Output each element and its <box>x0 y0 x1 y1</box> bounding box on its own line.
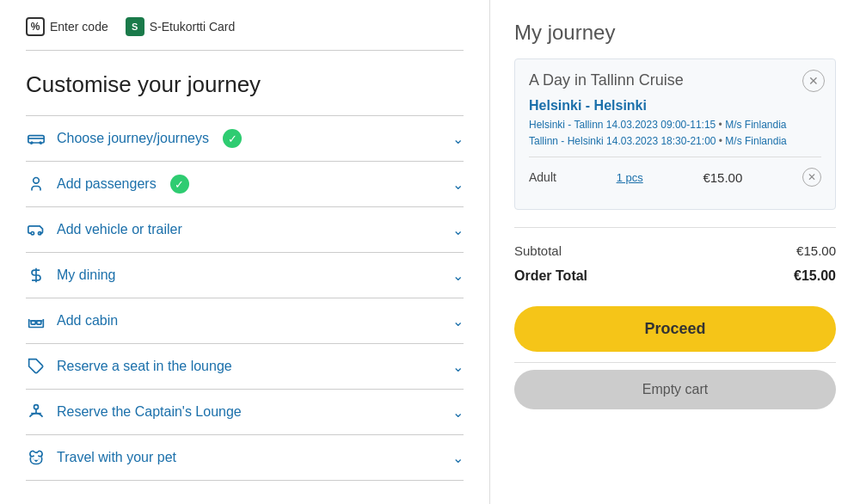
s-card-item[interactable]: S S-Etukortti Card <box>126 17 236 36</box>
svg-point-5 <box>39 232 41 235</box>
lounge-seat-icon <box>26 356 46 377</box>
accordion-left-dining: My dining <box>26 265 115 286</box>
cabin-label: Add cabin <box>57 313 118 329</box>
accordion-item-lounge-seat[interactable]: Reserve a seat in the lounge ⌄ <box>26 344 464 390</box>
svg-point-2 <box>40 142 41 144</box>
accordion-left-passengers: Add passengers ✓ <box>26 174 189 194</box>
accordion-item-vehicle[interactable]: Add vehicle or trailer ⌄ <box>26 207 464 253</box>
dining-icon <box>26 265 46 286</box>
accordion-list: Choose journey/journeys ✓ ⌄ Add passenge… <box>26 115 464 481</box>
accordion-item-journey[interactable]: Choose journey/journeys ✓ ⌄ <box>26 116 464 162</box>
pet-icon <box>26 447 46 468</box>
captains-lounge-icon <box>26 402 46 422</box>
vehicle-icon <box>26 219 46 240</box>
vehicle-chevron: ⌄ <box>452 222 464 238</box>
passenger-link[interactable]: 1 pcs <box>617 171 643 184</box>
s-card-label: S-Etukortti Card <box>150 20 236 34</box>
top-bar: % Enter code S S-Etukortti Card <box>26 17 464 51</box>
subtotal-label: Subtotal <box>514 243 562 258</box>
cabin-chevron: ⌄ <box>452 313 464 329</box>
passengers-chevron: ⌄ <box>452 176 464 193</box>
accordion-left-journey: Choose journey/journeys ✓ <box>26 128 242 149</box>
dining-label: My dining <box>57 267 115 283</box>
lounge-seat-label: Reserve a seat in the lounge <box>57 359 232 374</box>
route-detail: Helsinki - Tallinn 14.03.2023 09:00-11:1… <box>529 117 821 150</box>
svg-point-10 <box>34 405 39 409</box>
journey-card: A Day in Tallinn Cruise ✕ Helsinki - Hel… <box>514 58 836 210</box>
divider-1 <box>514 227 836 228</box>
journey-label: Choose journey/journeys <box>57 131 209 146</box>
passenger-price: €15.00 <box>703 170 742 185</box>
svg-rect-0 <box>28 136 44 143</box>
ship1-text: M/s Finlandia <box>725 119 786 131</box>
percent-icon: % <box>26 17 45 36</box>
order-total-row: Order Total €15.00 <box>514 263 836 289</box>
cabin-icon <box>26 310 46 331</box>
pet-label: Travel with your pet <box>57 450 176 465</box>
accordion-item-cabin[interactable]: Add cabin ⌄ <box>26 298 464 344</box>
accordion-left-pet: Travel with your pet <box>26 447 176 468</box>
dining-chevron: ⌄ <box>452 267 464 284</box>
leg2-text: Tallinn - Helsinki 14.03.2023 18:30-21:0… <box>529 135 716 147</box>
svg-point-1 <box>31 142 33 144</box>
right-panel: My journey A Day in Tallinn Cruise ✕ Hel… <box>490 0 860 504</box>
leg1-text: Helsinki - Tallinn 14.03.2023 09:00-11:1… <box>529 119 716 131</box>
journey-title: My journey <box>514 21 836 45</box>
accordion-item-pet[interactable]: Travel with your pet ⌄ <box>26 435 464 481</box>
vehicle-label: Add vehicle or trailer <box>57 222 182 237</box>
svg-point-4 <box>31 232 34 235</box>
left-panel: % Enter code S S-Etukortti Card Customis… <box>0 0 490 504</box>
enter-code-label: Enter code <box>50 20 108 34</box>
passenger-row: Adult 1 pcs €15.00 ✕ <box>529 157 821 197</box>
proceed-button[interactable]: Proceed <box>514 306 836 352</box>
captains-lounge-label: Reserve the Captain's Lounge <box>57 404 242 420</box>
passengers-check: ✓ <box>170 175 189 194</box>
accordion-left-cabin: Add cabin <box>26 310 118 331</box>
order-total-label: Order Total <box>514 268 587 284</box>
passengers-icon <box>26 174 46 194</box>
remove-passenger-button[interactable]: ✕ <box>802 168 821 187</box>
empty-cart-button[interactable]: Empty cart <box>514 370 836 409</box>
route-title: Helsinki - Helsinki <box>529 98 821 114</box>
order-total-value: €15.00 <box>794 268 836 284</box>
section-title: Customise your journey <box>26 71 464 98</box>
passengers-label: Add passengers <box>57 176 157 192</box>
svg-rect-7 <box>31 321 35 324</box>
captains-lounge-chevron: ⌄ <box>452 404 464 421</box>
close-card-button[interactable]: ✕ <box>802 70 825 92</box>
subtotal-value: €15.00 <box>796 243 836 258</box>
svg-point-3 <box>34 178 40 184</box>
passenger-label: Adult <box>529 170 556 184</box>
accordion-left-lounge-seat: Reserve a seat in the lounge <box>26 356 232 377</box>
journey-chevron: ⌄ <box>452 131 464 147</box>
lounge-seat-chevron: ⌄ <box>452 359 464 375</box>
divider-2 <box>514 362 836 363</box>
subtotal-row: Subtotal €15.00 <box>514 238 836 263</box>
ship2-text: M/s Finlandia <box>725 135 786 147</box>
journey-card-title: A Day in Tallinn Cruise <box>529 71 821 89</box>
accordion-item-dining[interactable]: My dining ⌄ <box>26 253 464 298</box>
accordion-left-vehicle: Add vehicle or trailer <box>26 219 182 240</box>
s-card-icon: S <box>126 17 144 36</box>
pet-chevron: ⌄ <box>452 450 464 466</box>
accordion-item-captains-lounge[interactable]: Reserve the Captain's Lounge ⌄ <box>26 390 464 435</box>
enter-code-item[interactable]: % Enter code <box>26 17 108 36</box>
journey-check: ✓ <box>223 129 242 148</box>
journey-icon <box>26 128 46 149</box>
accordion-item-passengers[interactable]: Add passengers ✓ ⌄ <box>26 162 464 207</box>
accordion-left-captains-lounge: Reserve the Captain's Lounge <box>26 402 242 422</box>
svg-rect-8 <box>37 321 41 324</box>
